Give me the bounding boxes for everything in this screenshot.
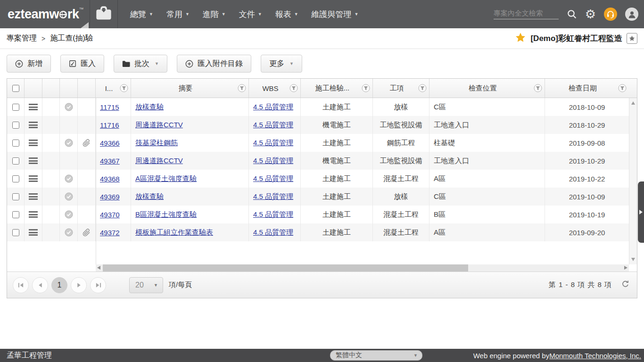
column-header-work_item[interactable]: 工項 [373, 79, 429, 98]
row-menu-icon[interactable] [29, 192, 38, 201]
row-menu-icon[interactable] [29, 139, 38, 148]
row-id-link[interactable]: 49367 [100, 157, 120, 165]
search-input[interactable] [494, 9, 559, 17]
row-id-link[interactable]: 11715 [100, 103, 119, 111]
row-checkbox[interactable] [12, 193, 19, 200]
menu-item-6[interactable]: 維護與管理▼ [312, 9, 359, 20]
scroll-left-arrow-icon[interactable] [97, 266, 100, 270]
row-summary-link[interactable]: 筏基梁柱鋼筋 [135, 139, 178, 148]
column-header-summary[interactable]: 摘要 [131, 79, 249, 98]
settings-gear-icon[interactable]: ⚙ [585, 8, 596, 20]
row-summary-link[interactable]: A區混凝土強度查驗 [135, 174, 197, 183]
row-summary-link[interactable]: 放樣查驗 [135, 103, 164, 112]
filter-funnel-icon[interactable] [618, 84, 627, 94]
row-checkbox[interactable] [12, 175, 19, 182]
row-menu-icon[interactable] [29, 228, 38, 237]
row-checkbox[interactable] [12, 157, 19, 165]
row-menu-icon[interactable] [29, 103, 38, 112]
project-briefcase-button[interactable] [90, 0, 117, 28]
menu-item-3[interactable]: 進階▼ [203, 9, 226, 20]
support-headset-icon[interactable] [604, 8, 617, 21]
row-menu-icon[interactable] [29, 156, 38, 165]
user-avatar-icon[interactable] [625, 8, 638, 21]
row-work-item-cell: 混凝土工程 [373, 170, 429, 188]
language-select[interactable]: 繁體中文 ▼ [330, 350, 422, 361]
page-size-select[interactable]: 20 ▼ [129, 277, 163, 293]
row-checkbox[interactable] [12, 122, 19, 129]
toolbar-button-5[interactable]: 更多▼ [261, 55, 302, 73]
filter-funnel-icon[interactable] [362, 84, 370, 94]
row-approved-cell [60, 134, 78, 152]
row-wbs-link[interactable]: 4.5 品質管理 [253, 139, 293, 148]
menu-label: 進階 [203, 9, 219, 20]
column-header-location[interactable]: 檢查位置 [429, 79, 545, 98]
row-wbs-link[interactable]: 4.5 品質管理 [253, 192, 293, 201]
chevron-down-icon: ▼ [222, 12, 226, 16]
app-logo[interactable]: ezteamwrk™ [0, 0, 90, 28]
header-icon-column [25, 79, 42, 98]
vertical-scrollbar[interactable] [629, 98, 637, 264]
breadcrumb-section[interactable]: 專案管理 [7, 33, 37, 43]
row-checkbox[interactable] [12, 211, 19, 218]
select-all-checkbox[interactable] [12, 85, 19, 92]
row-wbs-link[interactable]: 4.5 品質管理 [253, 156, 293, 165]
toolbar-button-2[interactable]: 匯入 [60, 55, 104, 73]
search-icon[interactable] [567, 9, 577, 19]
row-summary-link[interactable]: 周邊道路CCTV [135, 121, 183, 130]
row-id-link[interactable]: 49368 [100, 175, 120, 183]
row-wbs-link[interactable]: 4.5 品質管理 [253, 210, 293, 219]
column-header-wbs[interactable]: WBS [249, 79, 301, 98]
horizontal-scrollbar[interactable] [96, 264, 629, 272]
scroll-up-arrow-icon[interactable] [631, 101, 635, 105]
first-page-button[interactable] [13, 277, 29, 293]
row-wbs-link[interactable]: 4.5 品質管理 [253, 174, 293, 183]
filter-funnel-icon[interactable] [534, 84, 542, 94]
row-wbs-link[interactable]: 4.5 品質管理 [253, 103, 293, 112]
row-menu-icon[interactable] [29, 121, 38, 130]
row-id-link[interactable]: 11716 [100, 121, 119, 129]
side-panel-expand-handle[interactable] [638, 181, 644, 243]
row-wbs-link[interactable]: 4.5 品質管理 [253, 228, 293, 237]
row-summary-link[interactable]: B區混凝土強度查驗 [135, 210, 197, 219]
column-header-inspection[interactable]: 施工檢驗... [301, 79, 373, 98]
column-header-id[interactable]: I... [96, 79, 131, 98]
menu-item-5[interactable]: 報表▼ [275, 9, 298, 20]
current-page-button[interactable]: 1 [51, 277, 67, 293]
row-menu-icon[interactable] [29, 210, 38, 219]
scroll-down-arrow-icon[interactable] [631, 258, 635, 261]
previous-page-button[interactable] [32, 277, 48, 293]
toolbar-button-4[interactable]: 匯入附件目錄 [177, 55, 251, 73]
filter-funnel-icon[interactable] [120, 84, 128, 94]
row-summary-link[interactable]: 模板施工組立作業查驗表 [135, 228, 213, 237]
row-id-link[interactable]: 49366 [100, 139, 120, 147]
row-id-link[interactable]: 49369 [100, 193, 120, 201]
column-header-date[interactable]: 檢查日期 [545, 79, 629, 98]
scroll-right-arrow-icon[interactable] [624, 266, 627, 270]
row-id-cell: 49370 [96, 206, 131, 223]
menu-label: 常用 [166, 9, 182, 20]
refresh-button[interactable] [621, 280, 629, 290]
bookmark-project-button[interactable] [627, 33, 637, 44]
row-summary-link[interactable]: 放樣查驗 [135, 192, 164, 201]
horizontal-scroll-thumb[interactable] [103, 264, 468, 272]
row-checkbox[interactable] [12, 104, 19, 111]
row-checkbox[interactable] [12, 229, 19, 236]
row-checkbox[interactable] [12, 140, 19, 147]
row-id-link[interactable]: 49370 [100, 211, 120, 219]
row-id-link[interactable]: 49372 [100, 229, 120, 237]
menu-item-1[interactable]: 總覽▼ [130, 9, 153, 20]
row-wbs-link[interactable]: 4.5 品質管理 [253, 121, 293, 130]
filter-funnel-icon[interactable] [238, 84, 246, 94]
menu-item-4[interactable]: 文件▼ [239, 9, 262, 20]
filter-funnel-icon[interactable] [418, 84, 427, 94]
filter-funnel-icon[interactable] [289, 84, 298, 94]
next-page-button[interactable] [71, 277, 87, 293]
powered-vendor-link[interactable]: Monmouth Technologies, Inc. [549, 352, 641, 360]
toolbar-button-3[interactable]: 批次▼ [114, 55, 167, 73]
row-menu-icon[interactable] [29, 174, 38, 183]
toolbar-button-1[interactable]: 新增 [7, 55, 51, 73]
menu-item-2[interactable]: 常用▼ [166, 9, 190, 20]
row-summary-link[interactable]: 周邊道路CCTV [135, 156, 183, 165]
last-page-button[interactable] [90, 277, 106, 293]
column-header-label: 檢查日期 [566, 84, 608, 93]
